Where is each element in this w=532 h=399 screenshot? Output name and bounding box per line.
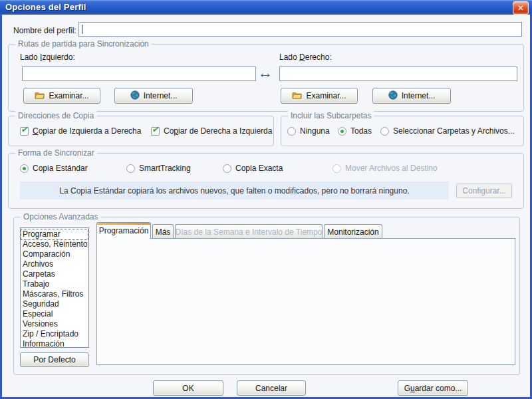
- radio-label: Ninguna: [300, 126, 330, 136]
- advanced-options-list: Programar Acceso, Reintento Comparación …: [20, 227, 89, 348]
- browse-left-button[interactable]: Examinar...: [23, 88, 100, 104]
- left-side-label: Lado Izquierdo:: [20, 53, 75, 62]
- radio-icon: [380, 127, 389, 136]
- text-caret: [82, 25, 82, 34]
- tab-mas[interactable]: Más: [152, 224, 174, 239]
- button-label: OK: [182, 384, 194, 393]
- configure-button: Configurar...: [456, 184, 512, 198]
- radio-icon: [126, 164, 135, 173]
- sync-mode-info: La Copia Estándar copiará los archivos n…: [20, 182, 449, 200]
- globe-icon: [130, 90, 140, 102]
- checkbox-label: Copiar de Izquierda a Derecha: [33, 126, 141, 136]
- button-label: Por Defecto: [33, 355, 75, 364]
- close-icon: ✕: [517, 3, 524, 13]
- profile-name-input[interactable]: [78, 22, 522, 37]
- cancel-button[interactable]: Cancelar: [237, 380, 306, 396]
- ok-button[interactable]: OK: [153, 380, 223, 396]
- close-button[interactable]: ✕: [513, 1, 529, 15]
- list-item-informacion[interactable]: Información: [21, 339, 88, 348]
- swap-arrow-icon: ↔: [257, 65, 273, 80]
- list-item-programar[interactable]: Programar: [21, 229, 88, 239]
- radio-icon: [338, 127, 346, 136]
- radio-seleccionar-carpetas[interactable]: Seleccionar Carpetas y Archivos...: [380, 126, 515, 136]
- list-item-trabajo[interactable]: Trabajo: [21, 279, 88, 289]
- tab-monitorizacion[interactable]: Monitorización: [324, 224, 382, 239]
- default-button[interactable]: Por Defecto: [20, 352, 89, 367]
- radio-label: SmartTracking: [139, 164, 191, 173]
- radio-icon: [223, 164, 231, 173]
- browse-right-button[interactable]: Examinar...: [281, 88, 358, 104]
- right-path-input[interactable]: [279, 66, 517, 81]
- radio-label: Seleccionar Carpetas y Archivos...: [393, 126, 515, 136]
- radio-copia-exacta[interactable]: Copia Exacta: [223, 164, 283, 173]
- profile-options-dialog: Opciones del Perfil ✕ Nombre del perfil:…: [0, 0, 532, 399]
- list-item-comparacion[interactable]: Comparación: [21, 249, 88, 259]
- right-side-label: Lado Derecho:: [279, 53, 332, 62]
- button-label: Internet...: [144, 91, 178, 100]
- titlebar[interactable]: Opciones del Perfil ✕: [0, 0, 532, 15]
- tab-dias-semana-intervalo: Días de la Semana e Intervalo de Tiempo: [175, 224, 323, 239]
- radio-icon: [332, 164, 341, 173]
- profile-name-label: Nombre del perfil:: [13, 26, 76, 35]
- list-item-carpetas[interactable]: Carpetas: [21, 269, 88, 279]
- checkbox-copy-left-to-right[interactable]: ✔ Copiar de Izquierda a Derecha: [20, 126, 141, 136]
- schedule-tab-panel: [96, 238, 515, 365]
- button-label: Examinar...: [49, 91, 88, 100]
- subfolders-group-label: Incluir las Subcarpetas: [288, 111, 374, 120]
- checkbox-copy-right-to-left[interactable]: ✔ Copiar de Derecha a Izquierda: [151, 126, 272, 136]
- checkbox-label: Copiar de Derecha a Izquierda: [164, 126, 272, 136]
- sync-mode-group: Forma de Sincronizar: [8, 153, 524, 209]
- radio-label: Copia Estándar: [33, 164, 88, 173]
- radio-smarttracking[interactable]: SmartTracking: [126, 164, 191, 173]
- copy-directions-group-label: Direcciones de Copia: [15, 111, 96, 120]
- list-item-archivos[interactable]: Archivos: [21, 259, 88, 269]
- paths-group-label: Rutas de partida para Sincronización: [15, 39, 152, 49]
- internet-left-button[interactable]: Internet...: [114, 88, 193, 104]
- checkbox-icon: ✔: [20, 127, 29, 136]
- list-item-versiones[interactable]: Versiones: [21, 319, 88, 329]
- radio-icon: [20, 164, 29, 173]
- advanced-options-group-label: Opciones Avanzadas: [21, 212, 101, 221]
- left-path-input[interactable]: [22, 66, 256, 81]
- globe-icon: [388, 90, 398, 102]
- radio-ninguna[interactable]: Ninguna: [287, 126, 330, 136]
- radio-copia-estandar[interactable]: Copia Estándar: [20, 164, 88, 173]
- folder-icon: [35, 91, 45, 101]
- radio-icon: [287, 127, 296, 136]
- check-icon: ✔: [152, 125, 159, 134]
- list-item-especial[interactable]: Especial: [21, 309, 88, 319]
- check-icon: ✔: [21, 125, 28, 134]
- radio-todas[interactable]: Todas: [338, 126, 372, 136]
- save-as-button[interactable]: Guardar como...: [398, 380, 468, 396]
- radio-label: Mover Archivos al Destino: [345, 164, 438, 173]
- internet-right-button[interactable]: Internet...: [372, 88, 451, 104]
- button-label: Configurar...: [462, 186, 505, 196]
- button-label: Examinar...: [306, 91, 346, 100]
- list-item-zip-encriptado[interactable]: Zip / Encriptado: [21, 329, 88, 339]
- window-title: Opciones del Perfil: [5, 2, 86, 12]
- button-label: Cancelar: [255, 384, 287, 393]
- sync-mode-group-label: Forma de Sincronizar: [15, 148, 97, 158]
- tab-programacion[interactable]: Programación: [96, 222, 151, 239]
- list-item-mascaras-filtros[interactable]: Máscaras, Filtros: [21, 289, 88, 299]
- list-item-acceso-reintento[interactable]: Acceso, Reintento: [21, 239, 88, 249]
- folder-icon: [292, 91, 302, 101]
- radio-label: Todas: [350, 126, 372, 136]
- checkbox-icon: ✔: [151, 127, 160, 136]
- list-item-seguridad[interactable]: Seguridad: [21, 299, 88, 309]
- button-label: Internet...: [402, 91, 436, 100]
- button-label: Guardar como...: [404, 384, 462, 393]
- radio-label: Copia Exacta: [235, 164, 283, 173]
- radio-mover-archivos: Mover Archivos al Destino: [332, 164, 438, 173]
